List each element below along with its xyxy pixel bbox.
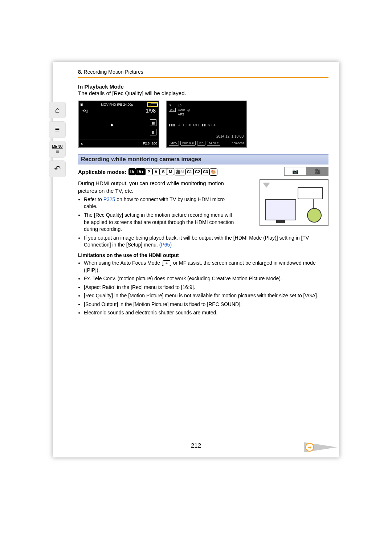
afs-label: AFS (178, 113, 185, 116)
content-area: 8. Recording Motion Pictures In Playback… (78, 69, 328, 318)
mode-chip-c1: C1 (185, 168, 193, 175)
menu-button[interactable]: MENU ≡ (49, 141, 66, 158)
home-icon[interactable]: ⌂ (49, 102, 66, 118)
limitation-item: Electronic sounds and electronic shutter… (84, 309, 328, 317)
playback-desc: The details of [Rec Quality] will be dis… (78, 90, 328, 97)
limitation-item: Ex. Tele Conv. (motion picture) does not… (84, 275, 328, 282)
mid-icons-row: ▮▮▮ iOFF I.R OFF ▮▮ STD. (169, 123, 217, 127)
playback-mode-icon: ▣ (80, 103, 83, 106)
wb-value: AWB (178, 108, 185, 112)
limitation-item: [Rec Quality] in the [Motion Picture] me… (84, 292, 328, 300)
limitation-item: [Aspect Ratio] in the [Rec] menu is fixe… (84, 284, 328, 291)
example-screenshots: ▣ MOV FHD IPB 24.00p 1/98 ⟲▯ ▶ ▦ 🗑 ▲ F2.… (78, 101, 328, 148)
media-tabs: 📷 🎥 (284, 167, 328, 176)
page-link[interactable]: (P65) (159, 242, 172, 248)
camera-body-icon (298, 187, 323, 199)
mode-chip-ia+: iA+ (136, 168, 145, 175)
file-number: 100-0001 (232, 142, 244, 145)
back-glyph: ↶ (54, 164, 61, 174)
mode-chip-🎥m: 🎥M (174, 168, 185, 176)
rotate-icon: ⟲▯ (82, 109, 88, 113)
limitations-list: When using the Auto Focus Mode [＋] or MF… (78, 260, 328, 317)
hdmi-illustration (260, 179, 328, 226)
video-icon: 🎥 (314, 168, 320, 174)
mode-chip-🎨: 🎨 (209, 168, 217, 176)
video-tab: 🎥 (306, 167, 328, 175)
up-icon: ▲ (80, 142, 83, 145)
toc-glyph: ≡ (55, 125, 60, 134)
bottom-chips: MOV FHD 8bit IPB 24.00 P 100-0001 (169, 141, 244, 146)
home-glyph: ⌂ (55, 105, 60, 115)
shot-a-bottombar: ▲ F2.8 200 (79, 139, 159, 147)
metering-icon: ◎ (187, 108, 190, 112)
mode-chip-c3: C3 (201, 168, 209, 175)
camera-icon: 📷 (292, 168, 298, 174)
codec-chip: IPB (197, 141, 205, 146)
limitation-item: [Sound Output] in the [Motion Picture] m… (84, 301, 328, 308)
grid-icon: ▦ (150, 119, 156, 126)
frame-counter: 1/98 (146, 108, 156, 114)
chapter-header: 8. Recording Motion Pictures (78, 69, 328, 75)
limitations-heading: Limitations on the use of the HDMI outpu… (78, 252, 328, 258)
delete-icon: 🗑 (150, 129, 156, 135)
note-item: If you output an image being played back… (84, 235, 328, 249)
arrow-icon: ➜ (305, 443, 314, 452)
sidebar-nav: ⌂ ≡ MENU ≡ ↶ (49, 102, 71, 177)
rec-quality-readout: MOV FHD IPB 24.00p (101, 103, 133, 106)
manual-page: ⌂ ≡ MENU ≡ ↶ 8. Recording Motion Picture… (53, 62, 339, 457)
hamburger-icon: ≡ (56, 148, 59, 154)
next-page-button[interactable]: ➜ (304, 442, 337, 452)
limitation-item: When using the Auto Focus Mode [＋] or MF… (84, 260, 328, 274)
mode-chip-ia: iA (128, 168, 136, 175)
page-link[interactable]: P325 (103, 196, 115, 202)
mode-chip-s: S (160, 168, 167, 175)
toc-icon[interactable]: ≡ (49, 121, 66, 138)
playback-screenshot-b: ☀ ±0 WB AWB ◎ AFS ▮▮▮ iOFF I.R OFF ▮▮ ST… (166, 101, 247, 148)
menu-label: MENU (52, 144, 62, 148)
chapter-title: Recording Motion Pictures (84, 69, 143, 75)
shot-a-topbar: ▣ MOV FHD IPB 24.00p (80, 103, 157, 106)
ev-value: ±0 (178, 103, 185, 107)
person-icon (307, 208, 322, 223)
af-pinpoint-icon: ＋ (163, 260, 170, 266)
section-heading: Recording while monitoring camera images (78, 154, 328, 164)
battery-icon (151, 103, 157, 106)
arrow-glyph: ➜ (307, 444, 312, 450)
note-item: The [Rec Quality] setting in the motion … (84, 212, 234, 233)
photo-tab: 📷 (285, 167, 306, 175)
back-icon[interactable]: ↶ (49, 160, 66, 177)
mode-chip-c2: C2 (193, 168, 201, 175)
info-grid: ☀ ±0 WB AWB ◎ AFS (169, 103, 190, 116)
datetime-readout: 2014.12. 1 10:00 (216, 134, 244, 138)
chapter-rule (78, 77, 328, 78)
mode-chip-p: P (145, 168, 152, 175)
shot-a-side-icons: ▦ 🗑 (150, 119, 156, 135)
playback-heading: In Playback Mode (78, 83, 328, 90)
playback-screenshot-a: ▣ MOV FHD IPB 24.00p 1/98 ⟲▯ ▶ ▦ 🗑 ▲ F2.… (78, 101, 159, 148)
chapter-number: 8. (78, 69, 82, 75)
note-item: Refer to P325 on how to connect with TV … (84, 196, 234, 210)
modes-label: Applicable modes: (78, 169, 126, 175)
tv-icon (265, 199, 296, 220)
notes-list-1: Refer to P325 on how to connect with TV … (78, 196, 234, 233)
res-chip: FHD 8bit (180, 141, 196, 146)
aperture-readout: F2.8 (143, 142, 150, 145)
wb-icon: WB (169, 108, 176, 112)
intro-paragraph: During HDMI output, you can record while… (78, 179, 234, 195)
page-number: 212 (188, 441, 204, 449)
play-icon: ▶ (108, 121, 117, 128)
fps-chip: 24.00 P (207, 141, 221, 146)
mode-chip-m: M (167, 168, 174, 175)
ev-icon: ☀ (169, 103, 176, 107)
notes-list-1b: If you output an image being played back… (78, 235, 328, 249)
play-glyph: ▶ (111, 123, 114, 127)
mode-chip-a: A (152, 168, 160, 175)
format-chip: MOV (169, 141, 179, 146)
iso-readout: 200 (152, 142, 157, 145)
